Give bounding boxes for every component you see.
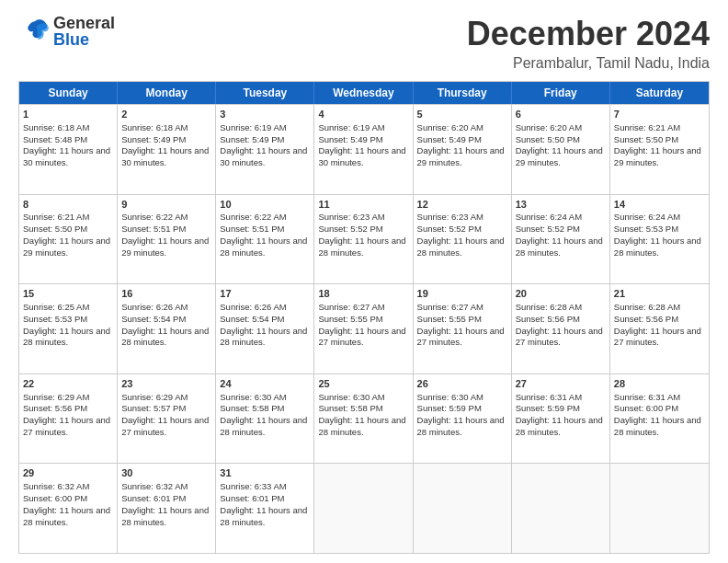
daylight-text: Daylight: 11 hours and 27 minutes. (516, 326, 603, 348)
sunrise-text: Sunrise: 6:29 AM (23, 392, 89, 402)
sunset-text: Sunset: 5:58 PM (318, 403, 382, 413)
calendar-cell: 25Sunrise: 6:30 AMSunset: 5:58 PMDayligh… (314, 374, 413, 464)
sunrise-text: Sunrise: 6:23 AM (417, 212, 483, 222)
daylight-text: Daylight: 11 hours and 28 minutes. (23, 505, 110, 527)
calendar-cell: 2Sunrise: 6:18 AMSunset: 5:49 PMDaylight… (118, 105, 216, 194)
daylight-text: Daylight: 11 hours and 29 minutes. (23, 236, 110, 258)
logo-text: General Blue (53, 15, 115, 48)
calendar-row-4: 22Sunrise: 6:29 AMSunset: 5:56 PMDayligh… (19, 373, 709, 464)
sunrise-text: Sunrise: 6:27 AM (417, 302, 483, 312)
calendar-cell: 8Sunrise: 6:21 AMSunset: 5:50 PMDaylight… (19, 195, 118, 284)
day-of-week-wednesday: Wednesday (314, 82, 413, 104)
calendar-cell: 16Sunrise: 6:26 AMSunset: 5:54 PMDayligh… (118, 284, 216, 373)
sunset-text: Sunset: 5:49 PM (417, 134, 482, 144)
sunrise-text: Sunrise: 6:20 AM (516, 122, 582, 132)
sunrise-text: Sunrise: 6:29 AM (121, 392, 188, 402)
sunset-text: Sunset: 5:52 PM (516, 224, 580, 234)
day-number: 14 (614, 198, 705, 212)
calendar-row-3: 15Sunrise: 6:25 AMSunset: 5:53 PMDayligh… (19, 283, 709, 373)
day-number: 26 (417, 377, 507, 391)
calendar-cell (512, 464, 610, 553)
sunset-text: Sunset: 5:55 PM (318, 314, 382, 324)
day-number: 17 (220, 287, 310, 301)
day-number: 4 (318, 108, 408, 121)
daylight-text: Daylight: 11 hours and 28 minutes. (220, 236, 307, 258)
calendar-cell: 26Sunrise: 6:30 AMSunset: 5:59 PMDayligh… (414, 374, 512, 464)
sunrise-text: Sunrise: 6:28 AM (516, 302, 582, 312)
calendar-cell: 21Sunrise: 6:28 AMSunset: 5:56 PMDayligh… (610, 284, 709, 373)
day-number: 15 (23, 287, 113, 301)
calendar-cell: 29Sunrise: 6:32 AMSunset: 6:00 PMDayligh… (19, 464, 118, 553)
daylight-text: Daylight: 11 hours and 28 minutes. (516, 415, 603, 437)
daylight-text: Daylight: 11 hours and 28 minutes. (516, 236, 603, 258)
sunset-text: Sunset: 5:59 PM (417, 403, 482, 413)
sunrise-text: Sunrise: 6:30 AM (220, 392, 286, 402)
sunset-text: Sunset: 6:00 PM (23, 493, 87, 503)
calendar-cell: 15Sunrise: 6:25 AMSunset: 5:53 PMDayligh… (19, 284, 118, 373)
sunrise-text: Sunrise: 6:22 AM (121, 212, 188, 222)
daylight-text: Daylight: 11 hours and 28 minutes. (614, 415, 701, 437)
daylight-text: Daylight: 11 hours and 27 minutes. (23, 415, 110, 437)
daylight-text: Daylight: 11 hours and 28 minutes. (417, 415, 505, 437)
sunset-text: Sunset: 5:54 PM (121, 314, 186, 324)
calendar-cell: 31Sunrise: 6:33 AMSunset: 6:01 PMDayligh… (216, 464, 314, 553)
calendar-cell (314, 464, 413, 553)
sunrise-text: Sunrise: 6:21 AM (23, 212, 89, 222)
day-of-week-saturday: Saturday (610, 82, 709, 104)
sunset-text: Sunset: 5:55 PM (417, 314, 482, 324)
sunrise-text: Sunrise: 6:32 AM (121, 481, 188, 491)
page-title: December 2024 (467, 15, 710, 53)
sunset-text: Sunset: 5:58 PM (220, 403, 284, 413)
sunrise-text: Sunrise: 6:30 AM (417, 392, 483, 402)
sunset-text: Sunset: 6:01 PM (121, 493, 186, 503)
sunrise-text: Sunrise: 6:26 AM (220, 302, 286, 312)
daylight-text: Daylight: 11 hours and 29 minutes. (121, 236, 209, 258)
calendar-cell: 1Sunrise: 6:18 AMSunset: 5:48 PMDaylight… (19, 105, 118, 194)
daylight-text: Daylight: 11 hours and 30 minutes. (23, 145, 110, 167)
calendar-cell: 20Sunrise: 6:28 AMSunset: 5:56 PMDayligh… (512, 284, 610, 373)
day-number: 22 (23, 377, 113, 391)
day-number: 3 (220, 108, 310, 121)
daylight-text: Daylight: 11 hours and 30 minutes. (220, 145, 307, 167)
header: General Blue December 2024 Perambalur, T… (18, 15, 710, 72)
calendar-cell: 5Sunrise: 6:20 AMSunset: 5:49 PMDaylight… (414, 105, 512, 194)
day-number: 30 (121, 466, 211, 480)
sunrise-text: Sunrise: 6:31 AM (614, 392, 680, 402)
daylight-text: Daylight: 11 hours and 28 minutes. (318, 236, 405, 258)
calendar-cell: 17Sunrise: 6:26 AMSunset: 5:54 PMDayligh… (216, 284, 314, 373)
day-number: 19 (417, 287, 507, 301)
sunset-text: Sunset: 5:52 PM (417, 224, 482, 234)
calendar-cell: 27Sunrise: 6:31 AMSunset: 5:59 PMDayligh… (512, 374, 610, 464)
sunrise-text: Sunrise: 6:25 AM (23, 302, 89, 312)
sunset-text: Sunset: 6:00 PM (614, 403, 678, 413)
sunset-text: Sunset: 5:53 PM (23, 314, 87, 324)
calendar-header: SundayMondayTuesdayWednesdayThursdayFrid… (19, 82, 709, 104)
sunset-text: Sunset: 5:56 PM (23, 403, 87, 413)
sunrise-text: Sunrise: 6:18 AM (121, 122, 188, 132)
day-number: 18 (318, 287, 408, 301)
calendar-row-2: 8Sunrise: 6:21 AMSunset: 5:50 PMDaylight… (19, 194, 709, 284)
daylight-text: Daylight: 11 hours and 30 minutes. (121, 145, 209, 167)
sunrise-text: Sunrise: 6:24 AM (516, 212, 582, 222)
sunrise-text: Sunrise: 6:27 AM (318, 302, 384, 312)
daylight-text: Daylight: 11 hours and 28 minutes. (220, 505, 307, 527)
calendar-cell: 28Sunrise: 6:31 AMSunset: 6:00 PMDayligh… (610, 374, 709, 464)
calendar-cell: 11Sunrise: 6:23 AMSunset: 5:52 PMDayligh… (314, 195, 413, 284)
day-number: 1 (23, 108, 113, 121)
day-number: 21 (614, 287, 705, 301)
sunrise-text: Sunrise: 6:23 AM (318, 212, 384, 222)
daylight-text: Daylight: 11 hours and 28 minutes. (220, 415, 307, 437)
sunrise-text: Sunrise: 6:21 AM (614, 122, 680, 132)
calendar-cell: 19Sunrise: 6:27 AMSunset: 5:55 PMDayligh… (414, 284, 512, 373)
calendar-cell: 3Sunrise: 6:19 AMSunset: 5:49 PMDaylight… (216, 105, 314, 194)
sunrise-text: Sunrise: 6:19 AM (220, 122, 286, 132)
calendar-cell: 13Sunrise: 6:24 AMSunset: 5:52 PMDayligh… (512, 195, 610, 284)
page-subtitle: Perambalur, Tamil Nadu, India (467, 55, 710, 72)
daylight-text: Daylight: 11 hours and 27 minutes. (417, 326, 505, 348)
calendar-row-5: 29Sunrise: 6:32 AMSunset: 6:00 PMDayligh… (19, 463, 709, 553)
daylight-text: Daylight: 11 hours and 28 minutes. (417, 236, 505, 258)
daylight-text: Daylight: 11 hours and 27 minutes. (318, 326, 405, 348)
sunrise-text: Sunrise: 6:19 AM (318, 122, 384, 132)
day-number: 24 (220, 377, 310, 391)
day-number: 28 (614, 377, 705, 391)
